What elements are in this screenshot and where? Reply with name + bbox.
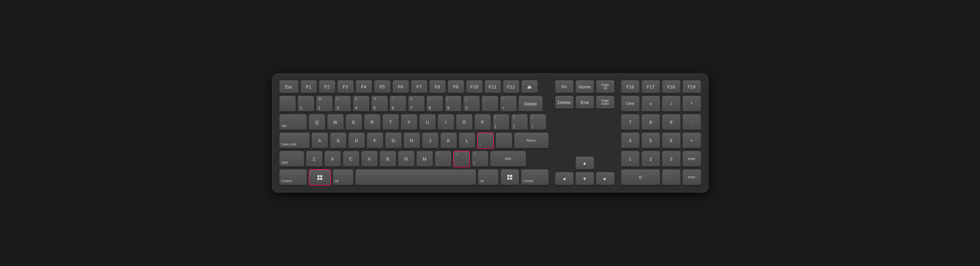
key-f16[interactable]: F16 bbox=[621, 80, 640, 94]
key-l[interactable]: L bbox=[459, 133, 476, 149]
key-numpad-clear[interactable]: Clear bbox=[621, 96, 640, 112]
key-numpad-3[interactable]: 3 bbox=[662, 151, 681, 168]
key-left-bracket[interactable]: { [ bbox=[493, 114, 509, 131]
key-y[interactable]: Y bbox=[401, 114, 417, 131]
key-space[interactable] bbox=[355, 169, 476, 186]
key-u[interactable]: U bbox=[419, 114, 436, 131]
key-numpad-minus[interactable]: - bbox=[682, 114, 701, 131]
key-3[interactable]: # 3 bbox=[334, 96, 351, 112]
key-slash[interactable]: ? / bbox=[472, 151, 488, 168]
key-f11[interactable]: F11 bbox=[484, 80, 501, 94]
key-control-right[interactable]: Control bbox=[521, 169, 549, 186]
key-alt-right[interactable]: Alt bbox=[478, 169, 499, 186]
key-p[interactable]: P bbox=[474, 114, 491, 131]
key-i[interactable]: I bbox=[438, 114, 454, 131]
key-page-up[interactable]: PageUp bbox=[596, 80, 615, 94]
key-f12[interactable]: F12 bbox=[503, 80, 520, 94]
key-numpad-decimal[interactable]: . bbox=[662, 169, 681, 186]
key-eject[interactable]: ⏏ bbox=[521, 80, 538, 94]
key-comma[interactable]: < , bbox=[435, 151, 452, 168]
key-numpad-equals[interactable]: = bbox=[641, 96, 660, 112]
key-end[interactable]: End bbox=[576, 96, 594, 109]
key-home[interactable]: Home bbox=[576, 80, 594, 94]
key-5[interactable]: % 5 bbox=[371, 96, 388, 112]
key-0[interactable]: ) 0 bbox=[463, 96, 480, 112]
key-minus[interactable]: _ - bbox=[482, 96, 498, 112]
key-semicolon[interactable]: : ; bbox=[477, 133, 494, 149]
key-alt-left[interactable]: Alt bbox=[332, 169, 353, 186]
key-f17[interactable]: F17 bbox=[641, 80, 660, 94]
key-shift-left[interactable]: Shift bbox=[279, 151, 304, 168]
key-arrow-left[interactable]: ◄ bbox=[555, 172, 574, 186]
key-numpad-enter-bottom[interactable]: Enter bbox=[682, 169, 701, 186]
key-numpad-5[interactable]: 5 bbox=[641, 133, 660, 149]
key-numpad-8[interactable]: 8 bbox=[641, 114, 660, 131]
key-numpad-enter[interactable]: Enter bbox=[682, 151, 701, 168]
key-return[interactable]: Return bbox=[514, 133, 549, 149]
key-numpad-1[interactable]: 1 bbox=[621, 151, 640, 168]
key-equals[interactable]: + = bbox=[500, 96, 517, 112]
key-f9[interactable]: F9 bbox=[448, 80, 464, 94]
key-arrow-down[interactable]: ▼ bbox=[576, 172, 594, 186]
key-1[interactable]: ! 1 bbox=[298, 96, 314, 112]
key-f[interactable]: F bbox=[367, 133, 383, 149]
key-h[interactable]: H bbox=[404, 133, 420, 149]
key-numpad-plus[interactable]: + bbox=[682, 133, 701, 149]
key-j[interactable]: J bbox=[422, 133, 439, 149]
key-n[interactable]: N bbox=[398, 151, 415, 168]
key-control-left[interactable]: Control bbox=[279, 169, 307, 186]
key-numpad-divide[interactable]: / bbox=[662, 96, 681, 112]
key-f1[interactable]: F1 bbox=[301, 80, 317, 94]
key-win-right[interactable] bbox=[500, 169, 519, 186]
key-numpad-4[interactable]: 4 bbox=[621, 133, 640, 149]
key-o[interactable]: O bbox=[456, 114, 473, 131]
key-f2[interactable]: F2 bbox=[319, 80, 336, 94]
key-s[interactable]: S bbox=[330, 133, 347, 149]
key-numpad-2[interactable]: 2 bbox=[641, 151, 660, 168]
key-r[interactable]: R bbox=[364, 114, 380, 131]
key-delete-nav[interactable]: Delete bbox=[555, 96, 574, 109]
key-right-bracket[interactable]: } ] bbox=[511, 114, 528, 131]
key-2[interactable]: @ 2 bbox=[316, 96, 332, 112]
key-6[interactable]: ^ 6 bbox=[390, 96, 406, 112]
key-d[interactable]: D bbox=[348, 133, 365, 149]
key-f10[interactable]: F10 bbox=[466, 80, 483, 94]
key-8[interactable]: * 8 bbox=[426, 96, 443, 112]
key-arrow-right[interactable]: ► bbox=[596, 172, 615, 186]
key-numpad-0[interactable]: 0 bbox=[621, 169, 660, 186]
key-esc[interactable]: Esc bbox=[279, 80, 299, 94]
key-4[interactable]: $ 4 bbox=[353, 96, 369, 112]
key-numpad-multiply[interactable]: * bbox=[682, 96, 701, 112]
key-f4[interactable]: F4 bbox=[356, 80, 372, 94]
key-z[interactable]: Z bbox=[306, 151, 323, 168]
key-9[interactable]: ( 9 bbox=[445, 96, 461, 112]
key-7[interactable]: & 7 bbox=[408, 96, 425, 112]
key-arrow-up[interactable]: ▲ bbox=[576, 157, 594, 170]
key-v[interactable]: V bbox=[361, 151, 378, 168]
key-t[interactable]: T bbox=[382, 114, 399, 131]
key-w[interactable]: W bbox=[327, 114, 344, 131]
key-c[interactable]: C bbox=[343, 151, 360, 168]
key-tab[interactable]: Tab bbox=[279, 114, 307, 131]
key-q[interactable]: Q bbox=[309, 114, 325, 131]
key-backtick[interactable]: ~ ` bbox=[279, 96, 296, 112]
key-caps-lock[interactable]: Caps Lock bbox=[279, 133, 310, 149]
key-page-down[interactable]: PageDown bbox=[596, 96, 615, 109]
key-period[interactable]: > . bbox=[453, 151, 470, 168]
key-delete[interactable]: Delete bbox=[519, 96, 543, 112]
key-quote[interactable]: " ' bbox=[496, 133, 512, 149]
key-shift-right[interactable]: Shift bbox=[490, 151, 526, 168]
key-g[interactable]: G bbox=[385, 133, 402, 149]
key-numpad-9[interactable]: 9 bbox=[662, 114, 681, 131]
key-win-left[interactable] bbox=[309, 169, 331, 186]
key-x[interactable]: X bbox=[325, 151, 341, 168]
key-m[interactable]: M bbox=[416, 151, 433, 168]
key-backslash[interactable]: | \ bbox=[530, 114, 546, 131]
key-f5[interactable]: F5 bbox=[374, 80, 391, 94]
key-f8[interactable]: F8 bbox=[429, 80, 446, 94]
key-k[interactable]: K bbox=[440, 133, 457, 149]
key-fn[interactable]: Fn bbox=[555, 80, 574, 94]
key-numpad-7[interactable]: 7 bbox=[621, 114, 640, 131]
key-f19[interactable]: F19 bbox=[682, 80, 701, 94]
key-f3[interactable]: F3 bbox=[337, 80, 354, 94]
